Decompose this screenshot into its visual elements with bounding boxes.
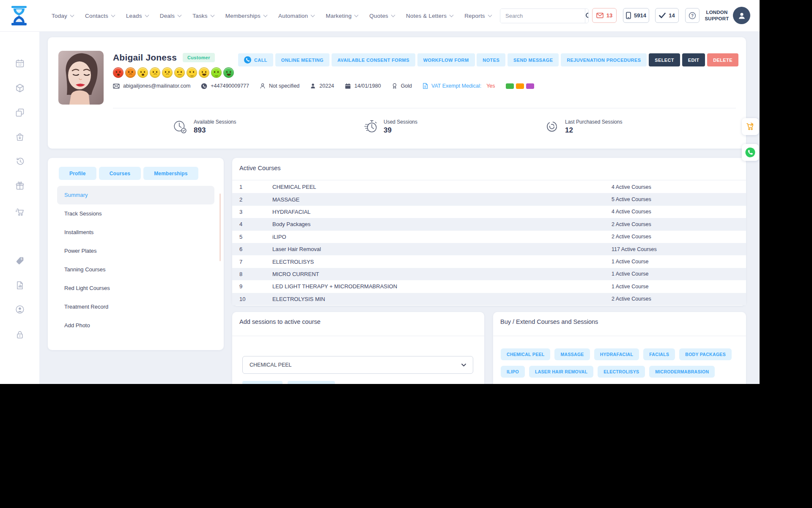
- calls-counter[interactable]: 5914: [623, 8, 649, 23]
- help-button[interactable]: ?: [685, 8, 700, 23]
- satisfaction-face-icon[interactable]: [125, 67, 136, 78]
- course-row[interactable]: 8 MICRO CURRENT 1 Active Course: [232, 268, 746, 280]
- whatsapp-button[interactable]: [742, 144, 759, 161]
- nav-item[interactable]: Reports: [464, 13, 491, 19]
- profile-action-button[interactable]: ONLINE MEETING: [275, 53, 329, 66]
- menu-scrollbar[interactable]: [219, 193, 221, 261]
- nav-item[interactable]: Notes & Letters: [406, 13, 453, 19]
- course-chip[interactable]: CHEMICAL PEEL: [501, 348, 550, 360]
- customer-photo[interactable]: [58, 51, 104, 105]
- profile-menu-item[interactable]: Summary: [57, 186, 214, 204]
- nav-item[interactable]: Automation: [278, 13, 314, 19]
- course-chip[interactable]: HYDRAFACIAL: [594, 348, 639, 360]
- course-chip[interactable]: MASSAGE: [554, 348, 590, 360]
- person-outline-icon: [260, 83, 266, 89]
- nav-item[interactable]: Contacts: [85, 13, 115, 19]
- profile-action-button[interactable]: SEND MESSAGE: [508, 53, 559, 66]
- course-chip[interactable]: MICRODERMABRASION: [649, 366, 715, 378]
- satisfaction-face-icon[interactable]: [187, 67, 197, 78]
- sales-report-icon[interactable]: [15, 280, 25, 290]
- profile-menu-item[interactable]: Treatment Record: [57, 298, 214, 316]
- course-chip[interactable]: FACIALS: [643, 348, 675, 360]
- profile-menu-item[interactable]: Installments: [57, 223, 214, 242]
- quick-cart-button[interactable]: [742, 118, 759, 135]
- profile-action-button[interactable]: AVAILABLE CONSENT FORMS: [332, 53, 415, 66]
- profile-action-button[interactable]: NOTES: [477, 53, 505, 66]
- profile-action-button[interactable]: REJUVENATION PROCEDURES: [561, 53, 647, 66]
- profile-tab[interactable]: Memberships: [143, 167, 198, 180]
- gift-icon[interactable]: [15, 181, 25, 191]
- profile-menu-item[interactable]: Add Photo: [57, 316, 214, 335]
- shopping-cart-icon[interactable]: [15, 207, 25, 217]
- course-row[interactable]: 3 HYDRAFACIAL 4 Active Courses: [232, 206, 746, 218]
- chevron-down-icon: [263, 13, 268, 17]
- lock-icon[interactable]: [15, 330, 25, 340]
- satisfaction-face-icon[interactable]: [162, 67, 173, 78]
- profile-actions: CALL ONLINE MEETING AVAILABLE CONSENT FO…: [238, 53, 738, 66]
- copy-pages-icon[interactable]: [15, 108, 25, 118]
- profile-action-button[interactable]: SELECT: [649, 53, 680, 66]
- profile-tab[interactable]: Profile: [59, 167, 96, 180]
- course-name: LED LIGHT THERAPY + MICRODERMABRASION: [272, 283, 612, 290]
- satisfaction-face-icon[interactable]: [174, 67, 185, 78]
- profile-action-button[interactable]: WORKFLOW FORM: [417, 53, 475, 66]
- course-chip[interactable]: LASER HAIR REMOVAL: [529, 366, 593, 378]
- course-row[interactable]: 5 iLIPO 2 Active Courses: [232, 231, 746, 243]
- profile-card: Abigail Joness Customer CALL ONLINE MEET…: [48, 37, 746, 149]
- satisfaction-face-icon[interactable]: [199, 67, 209, 78]
- course-row[interactable]: 6 Laser Hair Removal 117 Active Courses: [232, 243, 746, 255]
- phone-item[interactable]: +447490009777: [201, 83, 249, 89]
- email-item[interactable]: abigailjones@mailinator.com: [113, 83, 190, 89]
- course-row[interactable]: 10 ELECTROLYSIS MIN 2 Active Courses: [232, 293, 746, 305]
- chevron-down-icon: [391, 13, 395, 17]
- divider: [232, 180, 746, 180]
- profile-menu-item[interactable]: Power Plates: [57, 242, 214, 260]
- satisfaction-face-icon[interactable]: [113, 67, 123, 78]
- nav-item[interactable]: Marketing: [326, 13, 358, 19]
- profile-action-button[interactable]: CALL: [238, 53, 273, 66]
- shopping-bag-icon[interactable]: [15, 132, 25, 142]
- nav-item[interactable]: Tasks: [192, 13, 214, 19]
- person-filled-icon: [310, 83, 316, 89]
- nav-item[interactable]: Today: [52, 13, 74, 19]
- nav-item[interactable]: Quotes: [369, 13, 395, 19]
- partial-button[interactable]: [288, 381, 335, 384]
- nav-item[interactable]: Leads: [126, 13, 148, 19]
- satisfaction-face-icon[interactable]: [137, 67, 148, 78]
- course-chip[interactable]: ILIPO: [501, 366, 525, 378]
- profile-action-button[interactable]: DELETE: [707, 53, 738, 66]
- course-row[interactable]: 9 LED LIGHT THERAPY + MICRODERMABRASION …: [232, 280, 746, 293]
- course-chip[interactable]: BODY PACKAGES: [679, 348, 732, 360]
- course-row[interactable]: 4 Body Packages 2 Active Courses: [232, 218, 746, 230]
- history-icon[interactable]: [15, 156, 25, 166]
- calendar-12-icon[interactable]: 12: [15, 58, 25, 69]
- course-row[interactable]: 2 MASSAGE 5 Active Courses: [232, 193, 746, 205]
- satisfaction-face-icon[interactable]: [211, 67, 222, 78]
- nav-item[interactable]: Memberships: [225, 13, 267, 19]
- partial-button[interactable]: [242, 381, 283, 384]
- profile-tab[interactable]: Courses: [99, 167, 141, 180]
- course-count: 2 Active Courses: [612, 296, 746, 302]
- course-select[interactable]: CHEMICAL PEEL: [242, 356, 473, 374]
- profile-menu-item[interactable]: Tanning Courses: [57, 260, 214, 279]
- price-tag-icon[interactable]: $: [15, 256, 25, 266]
- nav-item[interactable]: Deals: [160, 13, 181, 19]
- course-row[interactable]: 1 CHEMICAL PEEL 4 Active Courses: [232, 181, 746, 193]
- messages-counter[interactable]: 13: [592, 8, 617, 23]
- search-button[interactable]: [585, 9, 589, 23]
- course-index: 10: [232, 296, 272, 302]
- divider: [113, 108, 736, 108]
- tasks-counter[interactable]: 14: [655, 8, 679, 23]
- user-avatar[interactable]: [733, 7, 750, 24]
- profile-menu-item[interactable]: Track Sessions: [57, 204, 214, 223]
- user-circle-icon[interactable]: [15, 304, 25, 315]
- profile-menu-item[interactable]: Red Light Courses: [57, 279, 214, 298]
- hourglass-logo-icon[interactable]: [10, 6, 28, 26]
- satisfaction-face-icon[interactable]: [150, 67, 160, 78]
- search-input[interactable]: [500, 9, 585, 23]
- profile-action-button[interactable]: EDIT: [682, 53, 705, 66]
- course-row[interactable]: 7 ELECTROLISYS 1 Active Course: [232, 255, 746, 268]
- package-icon[interactable]: [15, 83, 25, 93]
- course-chip[interactable]: ELECTROLISYS: [598, 366, 645, 378]
- satisfaction-face-icon[interactable]: [223, 67, 234, 78]
